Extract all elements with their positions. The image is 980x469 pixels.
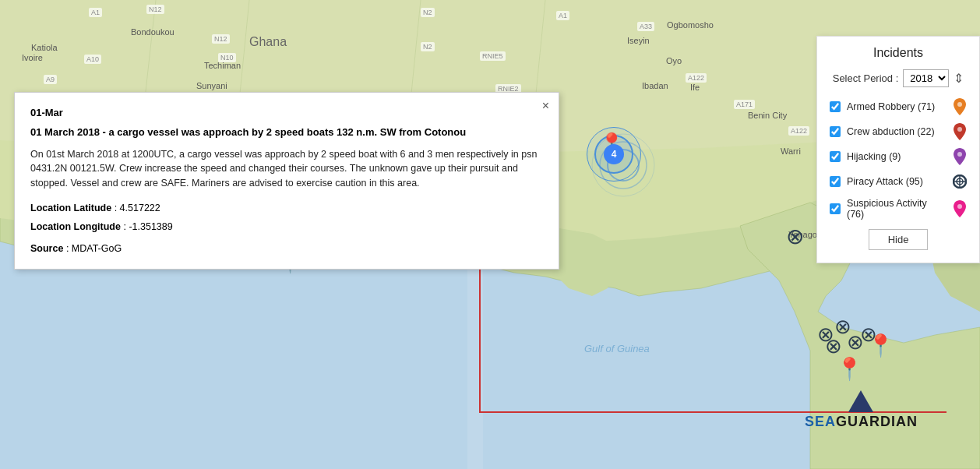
legend-icon-hijacking (953, 148, 967, 165)
legend-checkbox-piracy-attack[interactable] (830, 176, 841, 187)
svg-point-11 (957, 152, 962, 157)
legend-icon-crew-abduction (953, 123, 967, 140)
marker-suspicious-1[interactable]: 📍 (867, 333, 894, 358)
legend-label-armed-robbery: Armed Robbery (71) (847, 101, 947, 112)
logo-triangle (848, 390, 873, 412)
popup-title: 01 March 2018 - a cargo vessel was appro… (30, 125, 543, 141)
place-label-katiola: Katiola (31, 43, 58, 52)
popup-longitude: Location Longitude : -1.351389 (30, 219, 543, 235)
road-a1-2: A1 (556, 11, 569, 20)
road-a10: A10 (84, 55, 101, 64)
panel-title: Incidents (830, 46, 967, 60)
road-n12-1: N12 (146, 5, 164, 14)
svg-point-10 (957, 127, 962, 132)
place-label-ibadan: Ibadan (642, 81, 668, 90)
place-label-benin: Benin City (748, 111, 787, 120)
svg-point-16 (957, 204, 962, 209)
popup-source: Source : MDAT-GoG (30, 241, 543, 256)
legend-label-piracy-attack: Piracy Attack (95) (847, 176, 947, 187)
popup-description: On 01st March 2018 at 1200UTC, a cargo v… (30, 147, 543, 191)
incidents-panel: Incidents Select Period : 2018 2017 2016… (816, 36, 980, 263)
svg-point-9 (957, 102, 962, 107)
legend-icon-armed-robbery (953, 98, 967, 115)
place-label-warri: Warri (781, 146, 801, 156)
place-label-sunyani: Sunyani (196, 81, 227, 90)
period-row: Select Period : 2018 2017 2016 2015 ⇕ (830, 69, 967, 87)
marker-piracy-5[interactable]: ⊗ (817, 323, 834, 347)
legend-label-suspicious-activity: Suspicious Activity (76) (847, 198, 947, 220)
legend-item-crew-abduction: Crew abduction (22) (830, 123, 967, 140)
period-label: Select Period : (833, 72, 899, 84)
place-label-oyo: Oyo (666, 56, 682, 65)
legend-icon-piracy-attack (953, 173, 967, 190)
hide-button[interactable]: Hide (869, 229, 929, 250)
select-arrow-icon: ⇕ (954, 71, 964, 86)
place-label-ogbomosho: Ogbomosho (667, 20, 714, 30)
road-a1-1: A1 (89, 8, 102, 17)
road-n10: N10 (218, 53, 236, 62)
place-label-ghana: Ghana (249, 35, 287, 49)
road-rnie5: RNIE5 (480, 51, 506, 61)
logo-text: SEAGUARDIAN (805, 414, 918, 430)
legend-item-hijacking: Hijacking (9) (830, 148, 967, 165)
place-label-iseyin: Iseyin (627, 36, 650, 45)
sea-guardian-logo: SEAGUARDIAN (805, 390, 918, 430)
road-a9: A9 (44, 75, 57, 84)
legend-checkbox-hijacking[interactable] (830, 151, 841, 162)
popup-latitude: Location Latitude : 4.517222 (30, 200, 543, 216)
legend-label-hijacking: Hijacking (9) (847, 151, 947, 162)
road-n2-2: N2 (421, 42, 435, 51)
road-n2-1: N2 (421, 8, 435, 17)
road-a171: A171 (734, 100, 755, 109)
road-n12-2: N12 (212, 34, 230, 44)
legend-checkbox-suspicious-activity[interactable] (830, 203, 841, 214)
road-a33: A33 (637, 22, 654, 31)
close-button[interactable]: × (542, 99, 549, 113)
marker-suspicious-2[interactable]: 📍 (836, 356, 863, 382)
legend-checkbox-armed-robbery[interactable] (830, 101, 841, 112)
place-label-ivoire: Ivoire (22, 53, 43, 62)
legend-item-suspicious-activity: Suspicious Activity (76) (830, 198, 967, 220)
legend-checkbox-crew-abduction[interactable] (830, 126, 841, 137)
popup-date: 01-Mar (30, 105, 543, 122)
period-select[interactable]: 2018 2017 2016 2015 (903, 69, 949, 87)
road-a122-2: A122 (788, 126, 809, 136)
legend-item-armed-robbery: Armed Robbery (71) (830, 98, 967, 115)
logo-sea: SEA (805, 414, 836, 429)
legend-label-crew-abduction: Crew abduction (22) (847, 126, 947, 137)
legend-icon-suspicious-activity (953, 200, 967, 217)
place-label-gulf: Gulf of Guinea (584, 343, 650, 354)
legend-container: Armed Robbery (71)Crew abduction (22)Hij… (830, 98, 967, 220)
road-a122-1: A122 (686, 73, 707, 83)
incident-popup: × 01-Mar 01 March 2018 - a cargo vessel … (14, 92, 559, 270)
legend-item-piracy-attack: Piracy Attack (95) (830, 173, 967, 190)
place-label-ife: Ife (690, 83, 700, 92)
logo-guardian: GUARDIAN (836, 414, 918, 429)
place-label-bondoukou: Bondoukou (131, 27, 174, 37)
marker-piracy-nigeria[interactable]: ⊗ (786, 224, 804, 249)
cluster-badge[interactable]: 4 (604, 144, 624, 164)
